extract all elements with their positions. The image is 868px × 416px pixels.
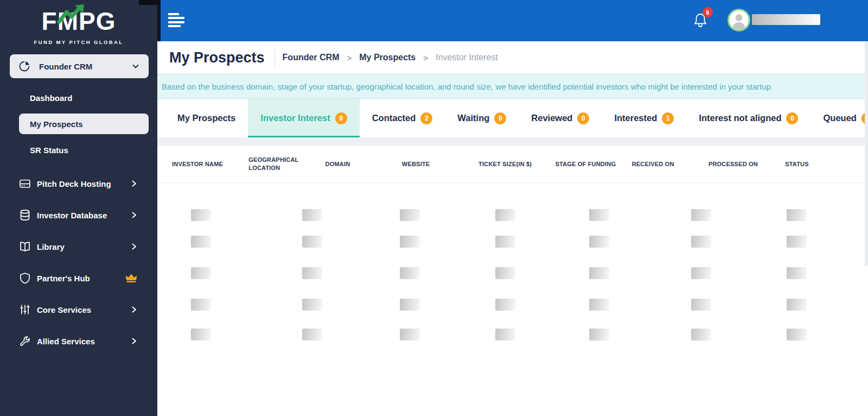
tab-count-badge: 2 (420, 112, 432, 124)
sidebar-item-label: Investor Database (37, 211, 130, 220)
header-left-notch (157, 0, 161, 41)
skeleton-cell (269, 209, 366, 221)
column-header-processed-on: PROCESSED ON (694, 160, 770, 168)
loading-placeholder-bar (691, 209, 711, 221)
user-avatar[interactable] (727, 9, 750, 31)
tab-count-badge: 0 (494, 112, 506, 124)
tab-contacted[interactable]: Contacted2 (360, 99, 445, 137)
database-icon (19, 209, 31, 221)
breadcrumb-item-investor-interest: Investor Interest (436, 53, 498, 62)
sidebar-group-label: Founder CRM (39, 62, 131, 71)
sidebar-item-partner-s-hub[interactable]: Partner's Hub (0, 262, 157, 294)
loading-placeholder-bar (787, 299, 807, 311)
skeleton-cell (157, 236, 269, 248)
tab-interest-not-aligned[interactable]: Interest not aligned0 (686, 99, 810, 137)
loading-placeholder-bar (302, 236, 322, 248)
chevron-right-icon (130, 337, 138, 345)
skeleton-cell (462, 329, 556, 341)
loading-placeholder-bar (302, 209, 322, 221)
tab-count-badge: 0 (335, 112, 347, 124)
loading-placeholder-bar (495, 329, 515, 341)
sidebar-item-library[interactable]: Library (0, 231, 157, 262)
loading-placeholder-bar (302, 299, 322, 311)
breadcrumb-separator-icon: > (423, 53, 428, 62)
sidebar-items: Pitch Deck HostingInvestor DatabaseLibra… (0, 168, 157, 357)
tab-waiting[interactable]: Waiting0 (445, 99, 519, 137)
sidebar-item-core-services[interactable]: Core Services (0, 294, 157, 325)
sidebar-item-label: SR Status (30, 146, 68, 155)
skeleton-cell (269, 329, 366, 341)
loading-placeholder-bar (400, 267, 420, 279)
table-loading-skeleton (157, 209, 865, 341)
table-row (157, 236, 865, 248)
loading-placeholder-bar (400, 236, 420, 248)
investors-table: INVESTOR NAMEGEOGRAPHICAL LOCATIONDOMAIN… (157, 146, 865, 416)
skeleton-cell (556, 267, 658, 279)
skeleton-cell (157, 329, 269, 341)
sidebar-item-label: Dashboard (30, 93, 72, 103)
skeleton-cell (556, 329, 658, 341)
tab-label: Queued (823, 113, 856, 123)
notifications-button[interactable]: 6 (692, 11, 711, 30)
sidebar-item-my-prospects[interactable]: My Prospects (19, 114, 149, 134)
table-row (157, 329, 865, 341)
sidebar-item-pitch-deck-hosting[interactable]: Pitch Deck Hosting (0, 168, 157, 199)
book-icon (19, 241, 31, 253)
column-header-geographical-location: GEOGRAPHICAL LOCATION (234, 156, 310, 172)
sidebar-item-investor-database[interactable]: Investor Database (0, 199, 157, 231)
sliders-icon (19, 304, 31, 316)
tab-count-badge: 1 (662, 112, 674, 124)
breadcrumb-item-my-prospects[interactable]: My Prospects (359, 53, 416, 62)
hamburger-icon[interactable] (168, 13, 184, 28)
tab-count-badge: 0 (577, 112, 589, 124)
skeleton-cell (366, 329, 462, 341)
info-banner: Based on the business domain, stage of y… (157, 74, 866, 99)
column-header-received-on: RECEIVED ON (617, 160, 694, 168)
skeleton-cell (269, 267, 366, 279)
tab-interested[interactable]: Interested1 (602, 99, 686, 137)
crown-icon (125, 273, 138, 283)
loading-placeholder-bar (400, 329, 420, 341)
sidebar-group-founder-crm[interactable]: Founder CRM (10, 54, 149, 78)
loading-placeholder-bar (302, 267, 322, 279)
tab-label: Investor Interest (260, 113, 330, 123)
tab-my-prospects[interactable]: My Prospects (165, 99, 248, 137)
table-row (157, 267, 865, 279)
table-row (157, 299, 865, 311)
loading-placeholder-bar (302, 329, 322, 341)
loading-placeholder-bar (495, 267, 515, 279)
skeleton-cell (462, 267, 556, 279)
loading-placeholder-bar (191, 267, 211, 279)
loading-placeholder-bar (589, 209, 609, 221)
chevron-down-icon (131, 62, 140, 71)
loading-placeholder-bar (691, 329, 711, 341)
tab-reviewed[interactable]: Reviewed0 (519, 99, 602, 137)
skeleton-cell (269, 236, 366, 248)
sidebar-item-dashboard[interactable]: Dashboard (0, 87, 157, 108)
loading-placeholder-bar (691, 267, 711, 279)
loading-placeholder-bar (787, 329, 807, 341)
skeleton-cell (269, 299, 366, 311)
tab-label: Interested (614, 113, 657, 123)
top-header: 6 (157, 0, 868, 41)
notification-count-badge: 6 (703, 7, 713, 17)
skeleton-cell (658, 236, 753, 248)
tab-table-gap (157, 137, 865, 146)
sidebar-item-sr-status[interactable]: SR Status (0, 140, 157, 160)
tab-queued[interactable]: Queued0 (810, 99, 868, 137)
loading-placeholder-bar (191, 236, 211, 248)
loading-placeholder-bar (191, 209, 211, 221)
chevron-right-icon (130, 243, 138, 250)
skeleton-cell (366, 236, 462, 248)
sidebar-item-label: My Prospects (30, 119, 83, 129)
sidebar-item-allied-services[interactable]: Allied Services (0, 325, 157, 357)
sidebar: FMPG FUND MY PITCH GLOBAL Founder CRM Da… (0, 0, 157, 416)
loading-placeholder-bar (589, 267, 609, 279)
column-header-status: STATUS (770, 160, 865, 168)
sidebar-item-label: Library (37, 242, 130, 251)
loading-placeholder-bar (589, 299, 609, 311)
tab-investor-interest[interactable]: Investor Interest0 (248, 99, 359, 137)
skeleton-cell (366, 267, 462, 279)
column-header-investor-name: INVESTOR NAME (157, 160, 234, 168)
breadcrumb-item-founder-crm[interactable]: Founder CRM (283, 53, 340, 62)
